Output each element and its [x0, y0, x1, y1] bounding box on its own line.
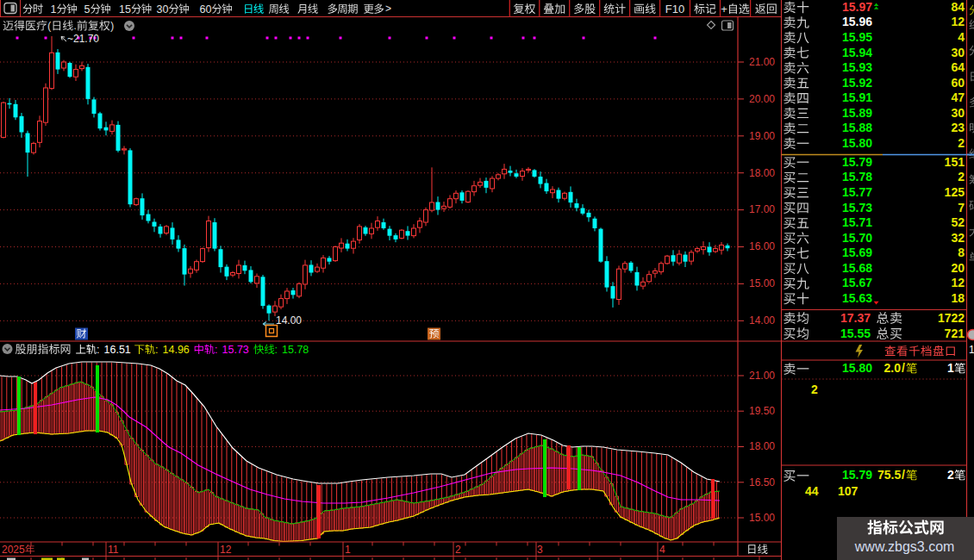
- svg-text:1: 1: [51, 3, 57, 16]
- svg-text::: :: [275, 344, 278, 356]
- svg-text:64: 64: [951, 60, 965, 74]
- svg-text:15.96: 15.96: [842, 15, 872, 28]
- svg-text:15.73: 15.73: [222, 344, 249, 356]
- svg-text:19.00: 19.00: [749, 130, 775, 142]
- svg-text:2: 2: [455, 544, 461, 556]
- svg-text:60: 60: [200, 3, 212, 16]
- svg-text:1: 1: [947, 361, 954, 375]
- svg-text:15.78: 15.78: [282, 344, 309, 356]
- svg-text:/: /: [902, 468, 905, 482]
- svg-text:18.00: 18.00: [749, 440, 775, 452]
- svg-text:12: 12: [220, 544, 232, 556]
- svg-text:2.0: 2.0: [884, 361, 902, 375]
- svg-text:15.77: 15.77: [842, 185, 872, 199]
- svg-text:721: 721: [945, 327, 965, 340]
- svg-text:15.91: 15.91: [842, 90, 872, 104]
- svg-text:30: 30: [157, 3, 169, 16]
- svg-text:15.89: 15.89: [842, 106, 872, 120]
- svg-text:32: 32: [951, 231, 965, 245]
- svg-text:15.92: 15.92: [842, 76, 872, 90]
- svg-text:1: 1: [345, 544, 351, 556]
- svg-text:5: 5: [84, 3, 91, 16]
- svg-text:15.00: 15.00: [749, 277, 775, 289]
- svg-text:1722: 1722: [938, 311, 965, 325]
- svg-text:21.00: 21.00: [749, 370, 775, 382]
- svg-text:2: 2: [958, 170, 965, 184]
- svg-text:16.00: 16.00: [749, 240, 775, 252]
- svg-text:15.71: 15.71: [842, 215, 872, 229]
- svg-text:2: 2: [947, 468, 954, 482]
- svg-text:75.5: 75.5: [877, 468, 901, 482]
- svg-text:15.80: 15.80: [842, 361, 872, 375]
- svg-text:>: >: [385, 3, 391, 15]
- svg-text:15.67: 15.67: [842, 276, 872, 289]
- svg-text:15.00: 15.00: [749, 512, 775, 524]
- svg-text:125: 125: [945, 185, 965, 199]
- svg-text:151: 151: [945, 155, 965, 169]
- svg-text:15.95: 15.95: [842, 30, 872, 44]
- svg-text:15.80: 15.80: [842, 136, 872, 150]
- svg-text:F10: F10: [665, 3, 684, 16]
- svg-text:4: 4: [659, 544, 665, 556]
- svg-text:20: 20: [951, 261, 965, 275]
- svg-text:15.93: 15.93: [842, 60, 872, 74]
- svg-text:8: 8: [958, 246, 965, 259]
- svg-text:15.79: 15.79: [842, 155, 872, 169]
- svg-text:30: 30: [951, 46, 965, 59]
- svg-text:19.50: 19.50: [749, 405, 775, 417]
- svg-text:15.68: 15.68: [842, 261, 872, 275]
- svg-text:60: 60: [951, 76, 965, 90]
- svg-text:84: 84: [951, 0, 965, 14]
- svg-text:16.51: 16.51: [104, 344, 131, 356]
- svg-text:15.78: 15.78: [842, 170, 872, 184]
- svg-text:1: 1: [969, 344, 974, 356]
- svg-text:15.63: 15.63: [842, 291, 872, 305]
- svg-text:17.00: 17.00: [749, 203, 775, 215]
- svg-text:12: 12: [951, 15, 965, 28]
- svg-text:52: 52: [951, 215, 965, 229]
- svg-text:23: 23: [951, 121, 965, 134]
- svg-text:14.00: 14.00: [276, 314, 302, 327]
- svg-text:.: .: [73, 19, 77, 32]
- svg-text:12: 12: [951, 276, 965, 289]
- svg-text:17.37: 17.37: [840, 311, 871, 325]
- svg-text:(: (: [47, 19, 52, 32]
- svg-text:15.73: 15.73: [842, 201, 872, 215]
- svg-text:3: 3: [537, 544, 543, 556]
- svg-text:16.50: 16.50: [749, 476, 775, 488]
- svg-text:21.00: 21.00: [749, 56, 775, 68]
- svg-text:15.97: 15.97: [842, 0, 872, 14]
- svg-text:47: 47: [951, 90, 965, 104]
- svg-text:44: 44: [805, 484, 819, 498]
- svg-text:7: 7: [958, 201, 965, 215]
- svg-text:18.00: 18.00: [749, 167, 775, 179]
- svg-text:2: 2: [958, 136, 965, 150]
- svg-text:+: +: [721, 3, 727, 16]
- svg-text::: :: [97, 344, 99, 356]
- svg-text:14.00: 14.00: [749, 314, 775, 327]
- svg-text:~21.70: ~21.70: [67, 33, 99, 45]
- svg-text::: :: [155, 344, 158, 356]
- svg-text:): ): [110, 19, 114, 32]
- svg-text:15.55: 15.55: [840, 327, 871, 340]
- svg-text:15.94: 15.94: [842, 46, 872, 59]
- svg-text::: :: [215, 344, 217, 356]
- svg-text:107: 107: [838, 484, 858, 498]
- svg-text:/: /: [902, 361, 905, 375]
- svg-text:11: 11: [108, 544, 119, 556]
- svg-text:15: 15: [119, 3, 131, 16]
- svg-text:15.69: 15.69: [842, 246, 872, 259]
- svg-text:www.zbgs3.com: www.zbgs3.com: [854, 539, 955, 554]
- svg-text:15.79: 15.79: [842, 468, 872, 482]
- svg-text:2025: 2025: [2, 544, 25, 556]
- svg-text:14.96: 14.96: [163, 344, 190, 356]
- svg-text:15.88: 15.88: [842, 121, 872, 134]
- svg-text:30: 30: [951, 106, 965, 120]
- svg-text:2: 2: [811, 383, 818, 396]
- svg-text:4: 4: [958, 30, 965, 44]
- svg-text:20.00: 20.00: [749, 93, 775, 105]
- svg-text:15.70: 15.70: [842, 231, 872, 245]
- svg-text:18: 18: [951, 291, 965, 305]
